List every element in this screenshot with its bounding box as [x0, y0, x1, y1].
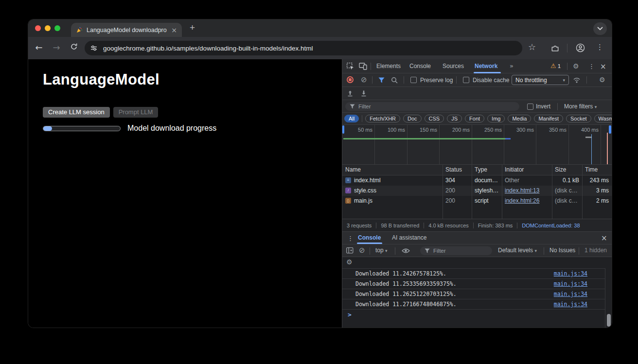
drawer-tab-ai-assistance[interactable]: AI assistance — [392, 234, 426, 241]
overview-right-handle[interactable] — [609, 125, 611, 134]
chip-css[interactable]: CSS — [425, 115, 444, 122]
tab-close-icon[interactable]: × — [171, 27, 177, 34]
browser-menu-icon[interactable]: ⋮ — [596, 43, 603, 52]
tick-150ms: 150 ms — [420, 127, 437, 133]
script-file-icon: { } — [345, 198, 351, 204]
more-panels-icon[interactable]: » — [510, 59, 514, 73]
clear-network-log-icon[interactable]: ⊘ — [361, 75, 367, 84]
initiator-link[interactable]: index.html:13 — [505, 187, 539, 194]
col-name[interactable]: Name — [342, 165, 443, 175]
drawer-tab-console[interactable]: Console — [358, 234, 381, 241]
chip-js[interactable]: JS — [447, 115, 462, 122]
network-conditions-wifi-icon[interactable] — [573, 77, 581, 85]
tick-200ms: 200 ms — [452, 127, 470, 133]
col-time[interactable]: Time — [582, 165, 612, 175]
network-overview-timeline[interactable]: 50 ms 100 ms 150 ms 200 ms 250 ms 300 ms… — [342, 125, 612, 165]
table-row-style-css[interactable]: /style.css 200 stylesh… index.html:13 (d… — [342, 186, 612, 196]
clear-console-icon[interactable]: ⊘ — [359, 246, 365, 255]
more-filters-dropdown[interactable]: More filters ▾ — [564, 103, 597, 110]
disable-cache-label: Disable cache — [473, 77, 509, 84]
bookmark-star-icon[interactable]: ☆ — [528, 42, 536, 52]
live-expression-eye-icon[interactable] — [402, 248, 410, 255]
minimize-window-button[interactable] — [45, 25, 51, 31]
overview-left-handle[interactable] — [342, 125, 344, 134]
preserve-log-label: Preserve log — [420, 77, 453, 84]
chip-wasm[interactable]: Wasm — [594, 115, 612, 122]
device-toolbar-icon[interactable] — [359, 63, 367, 71]
warning-icon[interactable]: ⚠1 — [550, 62, 561, 69]
throttling-dropdown[interactable]: No throttling▾ — [512, 75, 569, 85]
source-link[interactable]: main.js:34 — [554, 269, 587, 279]
prompt-llm-button[interactable]: Prompt LLM — [113, 107, 159, 118]
console-message: Downloaded 11.27166748046875%. main.js:3… — [342, 299, 605, 309]
separator — [404, 76, 404, 84]
record-network-log-icon[interactable] — [347, 76, 354, 83]
inspect-element-icon[interactable] — [346, 62, 354, 72]
browser-tab[interactable]: LanguageModel downloadpro × — [71, 23, 182, 37]
drawer-menu-icon[interactable]: ⋮ — [347, 235, 354, 242]
tab-overflow-button[interactable] — [593, 22, 607, 35]
chip-socket[interactable]: Socket — [566, 115, 591, 122]
network-filter-input[interactable]: Filter — [345, 102, 519, 111]
console-sidebar-icon[interactable] — [346, 247, 354, 255]
chip-all[interactable]: All — [344, 115, 359, 122]
console-message: Downloaded 11.26251220703125%. main.js:3… — [342, 289, 605, 299]
close-window-button[interactable] — [35, 25, 41, 31]
console-prompt[interactable]: > — [342, 309, 605, 321]
col-type[interactable]: Type — [472, 165, 502, 175]
profile-avatar-icon[interactable] — [576, 43, 585, 54]
log-levels-dropdown[interactable]: Default levels ▾ — [498, 247, 537, 254]
disable-cache-checkbox[interactable] — [463, 77, 469, 83]
source-link[interactable]: main.js:34 — [554, 299, 587, 310]
source-link[interactable]: main.js:34 — [554, 279, 587, 289]
search-icon[interactable] — [391, 77, 398, 85]
console-drawer-header: ⋮ Console AI assistance × — [342, 231, 612, 244]
chip-doc[interactable]: Doc — [403, 115, 422, 122]
separator — [372, 76, 372, 84]
context-selector[interactable]: top ▾ — [375, 247, 388, 254]
chip-img[interactable]: Img — [487, 115, 505, 122]
reload-icon[interactable] — [68, 42, 80, 52]
separator — [567, 63, 567, 70]
devtools-tab-bar: Elements Console Sources Network » ⚠1 ⚙ … — [342, 59, 612, 73]
devtools-close-icon[interactable]: × — [600, 62, 606, 71]
site-settings-icon[interactable] — [90, 45, 97, 52]
chip-media[interactable]: Media — [508, 115, 531, 122]
address-bar[interactable]: googlechrome.github.io/samples/downloadi… — [85, 41, 522, 55]
scrollbar-thumb[interactable] — [607, 314, 611, 327]
invert-checkbox[interactable] — [527, 104, 533, 110]
import-har-icon[interactable] — [347, 90, 353, 98]
preserve-log-checkbox[interactable] — [410, 77, 417, 83]
issues-link[interactable]: No Issues — [549, 247, 575, 254]
console-settings-gear-icon[interactable]: ⚙ — [346, 258, 353, 266]
tab-sources[interactable]: Sources — [443, 59, 464, 73]
devtools-menu-icon[interactable]: ⋮ — [588, 63, 595, 70]
drawer-close-icon[interactable]: × — [601, 234, 607, 243]
tab-network[interactable]: Network — [475, 59, 497, 73]
export-har-icon[interactable] — [361, 90, 367, 98]
devtools-settings-gear-icon[interactable]: ⚙ — [573, 62, 579, 70]
table-row-main-js[interactable]: { }main.js 200 script index.html:26 (dis… — [342, 196, 612, 206]
col-status[interactable]: Status — [443, 165, 472, 175]
forward-icon[interactable]: → — [51, 42, 62, 52]
chip-manifest[interactable]: Manifest — [534, 115, 563, 122]
back-icon[interactable]: ← — [33, 42, 45, 52]
console-scrollbar[interactable] — [605, 268, 612, 328]
new-tab-button[interactable]: + — [190, 22, 195, 33]
network-settings-gear-icon[interactable]: ⚙ — [599, 76, 605, 84]
hidden-messages-count[interactable]: 1 hidden — [585, 247, 607, 254]
col-size[interactable]: Size — [552, 165, 582, 175]
filter-funnel-icon[interactable] — [378, 77, 385, 85]
table-row-index-html[interactable]: ≡index.html 304 docum… Other 0.1 kB 243 … — [342, 175, 612, 186]
source-link[interactable]: main.js:34 — [554, 289, 587, 299]
chip-fetch-xhr[interactable]: Fetch/XHR — [365, 115, 400, 122]
chip-font[interactable]: Font — [465, 115, 484, 122]
extensions-puzzle-icon[interactable] — [550, 43, 560, 54]
tab-elements[interactable]: Elements — [376, 59, 401, 73]
tab-console[interactable]: Console — [409, 59, 431, 73]
initiator-link[interactable]: index.html:26 — [505, 197, 539, 204]
col-initiator[interactable]: Initiator — [502, 165, 552, 175]
create-llm-session-button[interactable]: Create LLM session — [43, 107, 110, 118]
maximize-window-button[interactable] — [54, 25, 60, 31]
console-filter-input[interactable]: Filter — [420, 246, 492, 255]
